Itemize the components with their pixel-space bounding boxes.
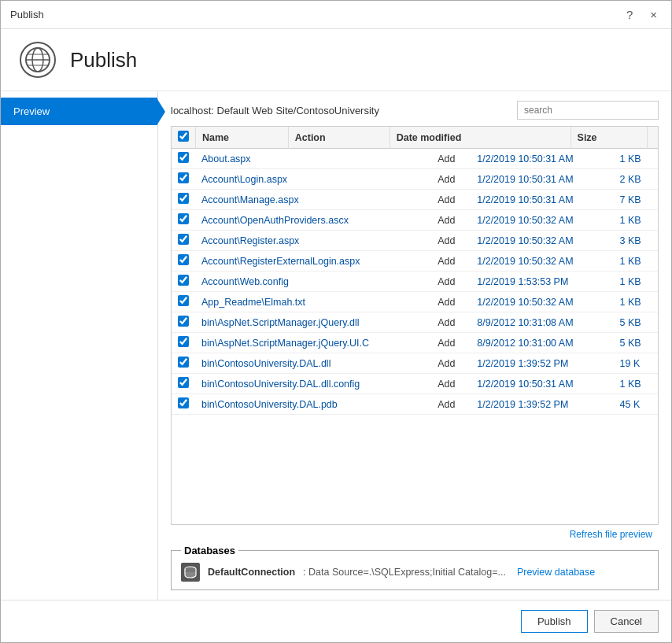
file-table-container: Name Action Date modified Size Abou bbox=[171, 126, 659, 525]
title-bar: Publish ? × bbox=[1, 1, 671, 29]
row-checkbox[interactable] bbox=[178, 336, 189, 347]
row-filename: bin\AspNet.ScriptManager.jQuery.dll bbox=[195, 312, 431, 333]
cancel-button[interactable]: Cancel bbox=[594, 610, 659, 633]
row-checkbox[interactable] bbox=[178, 275, 189, 286]
row-action: Add bbox=[431, 169, 471, 190]
row-date: 1/2/2019 1:39:52 PM bbox=[471, 353, 613, 374]
row-checkbox-cell bbox=[172, 169, 195, 190]
table-row: Account\Manage.aspx Add 1/2/2019 10:50:3… bbox=[172, 190, 658, 210]
table-row: About.aspx Add 1/2/2019 10:50:31 AM 1 KB bbox=[172, 149, 658, 169]
row-checkbox[interactable] bbox=[178, 316, 189, 327]
row-checkbox-cell bbox=[172, 231, 195, 251]
row-size: 3 KB bbox=[614, 231, 659, 251]
table-row: Account\Register.aspx Add 1/2/2019 10:50… bbox=[172, 231, 658, 251]
row-checkbox-cell bbox=[172, 292, 195, 312]
row-filename: Account\Manage.aspx bbox=[195, 190, 431, 210]
table-header-row: Name Action Date modified Size bbox=[172, 127, 658, 149]
row-date: 1/2/2019 10:50:31 AM bbox=[471, 190, 613, 210]
row-filename: bin\ContosoUniversity.DAL.dll bbox=[195, 353, 431, 374]
col-name: Name bbox=[196, 127, 289, 149]
preview-database-link[interactable]: Preview database bbox=[517, 567, 595, 578]
row-checkbox[interactable] bbox=[178, 213, 189, 224]
row-date: 1/2/2019 10:50:31 AM bbox=[471, 374, 613, 394]
row-checkbox-cell bbox=[172, 394, 195, 415]
row-date: 1/2/2019 10:50:31 AM bbox=[471, 149, 613, 169]
file-table-scroll[interactable]: About.aspx Add 1/2/2019 10:50:31 AM 1 KB… bbox=[172, 149, 658, 524]
header-checkbox-cell bbox=[172, 127, 196, 149]
row-date: 1/2/2019 1:39:52 PM bbox=[471, 394, 613, 415]
row-filename: Account\RegisterExternalLogin.aspx bbox=[195, 251, 431, 272]
table-row: bin\ContosoUniversity.DAL.dll.config Add… bbox=[172, 374, 658, 394]
table-row: Account\RegisterExternalLogin.aspx Add 1… bbox=[172, 251, 658, 272]
db-connection-value: : Data Source=.\SQLExpress;Initial Catal… bbox=[303, 567, 506, 578]
select-all-checkbox[interactable] bbox=[178, 131, 189, 142]
row-filename: bin\AspNet.ScriptManager.jQuery.UI.C bbox=[195, 333, 431, 353]
row-size: 45 K bbox=[614, 394, 659, 415]
row-checkbox-cell bbox=[172, 272, 195, 292]
row-filename: App_Readme\Elmah.txt bbox=[195, 292, 431, 312]
row-action: Add bbox=[431, 251, 471, 272]
table-row: bin\ContosoUniversity.DAL.pdb Add 1/2/20… bbox=[172, 394, 658, 415]
sidebar-item-preview[interactable]: Preview bbox=[1, 98, 157, 125]
row-action: Add bbox=[431, 353, 471, 374]
row-size: 5 KB bbox=[614, 333, 659, 353]
row-checkbox-cell bbox=[172, 149, 195, 169]
row-filename: bin\ContosoUniversity.DAL.dll.config bbox=[195, 374, 431, 394]
databases-legend: Databases bbox=[181, 545, 238, 556]
table-row: App_Readme\Elmah.txt Add 1/2/2019 10:50:… bbox=[172, 292, 658, 312]
publish-button[interactable]: Publish bbox=[521, 610, 588, 633]
row-checkbox[interactable] bbox=[178, 254, 189, 265]
row-filename: Account\Web.config bbox=[195, 272, 431, 292]
sidebar-item-label: Preview bbox=[13, 105, 50, 117]
table-row: Account\OpenAuthProviders.ascx Add 1/2/2… bbox=[172, 210, 658, 231]
close-button[interactable]: × bbox=[645, 6, 662, 23]
row-checkbox[interactable] bbox=[178, 193, 189, 204]
content-area: Preview localhost: Default Web Site/Cont… bbox=[1, 91, 671, 600]
row-checkbox[interactable] bbox=[178, 172, 189, 183]
help-button[interactable]: ? bbox=[622, 6, 637, 23]
row-action: Add bbox=[431, 190, 471, 210]
row-size: 1 KB bbox=[614, 292, 659, 312]
publish-dialog: Publish ? × Publish Preview bbox=[0, 0, 672, 643]
row-checkbox[interactable] bbox=[178, 152, 189, 163]
row-action: Add bbox=[431, 231, 471, 251]
col-action: Action bbox=[288, 127, 390, 149]
row-action: Add bbox=[431, 292, 471, 312]
refresh-file-preview-link[interactable]: Refresh file preview bbox=[563, 526, 659, 543]
search-input[interactable] bbox=[517, 101, 659, 120]
row-checkbox[interactable] bbox=[178, 377, 189, 388]
row-checkbox-cell bbox=[172, 210, 195, 231]
row-checkbox[interactable] bbox=[178, 295, 189, 306]
header-title: Publish bbox=[70, 48, 137, 72]
row-date: 8/9/2012 10:31:00 AM bbox=[471, 333, 613, 353]
row-action: Add bbox=[431, 333, 471, 353]
sidebar: Preview bbox=[1, 91, 158, 600]
table-row: Account\Web.config Add 1/2/2019 1:53:53 … bbox=[172, 272, 658, 292]
row-action: Add bbox=[431, 394, 471, 415]
row-size: 19 K bbox=[614, 353, 659, 374]
row-size: 1 KB bbox=[614, 374, 659, 394]
row-filename: bin\ContosoUniversity.DAL.pdb bbox=[195, 394, 431, 415]
row-filename: Account\OpenAuthProviders.ascx bbox=[195, 210, 431, 231]
row-size: 7 KB bbox=[614, 190, 659, 210]
row-date: 1/2/2019 10:50:32 AM bbox=[471, 251, 613, 272]
row-date: 1/2/2019 10:50:32 AM bbox=[471, 210, 613, 231]
db-row: DefaultConnection : Data Source=.\SQLExp… bbox=[181, 563, 648, 582]
scroll-spacer bbox=[647, 127, 658, 149]
row-filename: Account\Register.aspx bbox=[195, 231, 431, 251]
col-size: Size bbox=[570, 127, 647, 149]
footer-buttons: Publish Cancel bbox=[1, 600, 671, 642]
row-checkbox-cell bbox=[172, 251, 195, 272]
row-checkbox[interactable] bbox=[178, 234, 189, 245]
db-icon bbox=[181, 563, 200, 582]
row-size: 1 KB bbox=[614, 149, 659, 169]
row-checkbox[interactable] bbox=[178, 397, 189, 408]
row-checkbox-cell bbox=[172, 190, 195, 210]
row-size: 1 KB bbox=[614, 272, 659, 292]
row-action: Add bbox=[431, 374, 471, 394]
row-checkbox-cell bbox=[172, 353, 195, 374]
globe-icon bbox=[20, 42, 56, 78]
row-size: 1 KB bbox=[614, 251, 659, 272]
file-table-body: About.aspx Add 1/2/2019 10:50:31 AM 1 KB… bbox=[172, 149, 658, 415]
row-checkbox[interactable] bbox=[178, 357, 189, 368]
